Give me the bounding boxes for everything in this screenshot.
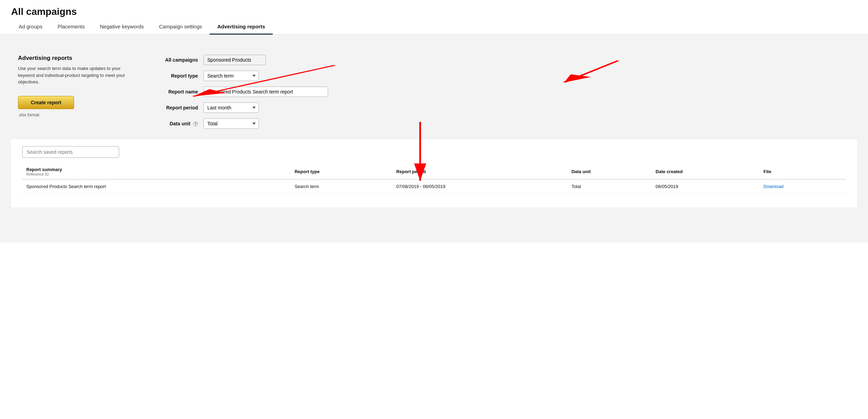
tab-ad-groups[interactable]: Ad groups <box>11 19 50 35</box>
report-period-row: Report period Last month Last week Yeste… <box>156 102 850 113</box>
cell-report-type: Search term <box>290 179 392 194</box>
data-unit-select[interactable]: Total Daily <box>204 118 259 129</box>
cell-date-created: 08/05/2019 <box>651 179 759 194</box>
tab-placements[interactable]: Placements <box>50 19 92 35</box>
report-period-label: Report period <box>156 105 198 110</box>
report-type-label: Report type <box>156 73 198 79</box>
cell-file: Download <box>759 179 846 194</box>
report-type-select[interactable]: Search term Campaign Ad group Keyword Pr… <box>204 71 259 81</box>
saved-reports-table: Report summary Reference ID Report type … <box>22 163 846 194</box>
nav-tabs: Ad groups Placements Negative keywords C… <box>0 19 868 35</box>
search-bar <box>22 146 846 158</box>
col-date-created: Date created <box>651 163 759 179</box>
all-campaigns-label: All campaigns <box>156 57 198 63</box>
tab-negative-keywords[interactable]: Negative keywords <box>92 19 152 35</box>
cell-report-period: 07/08/2019 - 08/05/2019 <box>392 179 567 194</box>
data-unit-help-icon[interactable]: ? <box>193 122 198 126</box>
all-campaigns-select[interactable]: Sponsored Products Sponsored Brands Spon… <box>204 55 266 65</box>
cell-data-unit: Total <box>567 179 651 194</box>
all-campaigns-row: All campaigns Sponsored Products Sponsor… <box>156 55 850 65</box>
cell-report-summary: Sponsored Products Search term report <box>22 179 290 194</box>
tab-advertising-reports[interactable]: Advertising reports <box>210 19 273 35</box>
table-row: Sponsored Products Search term report Se… <box>22 179 846 194</box>
file-format-label: .xlsx format <box>18 113 39 117</box>
report-section-title: Advertising reports <box>18 55 136 62</box>
report-creation-panel: Advertising reports Use your search term… <box>11 45 857 139</box>
table-header-row: Report summary Reference ID Report type … <box>22 163 846 179</box>
page-title: All campaigns <box>0 0 868 19</box>
col-file: File <box>759 163 846 179</box>
create-report-button[interactable]: Create report <box>18 96 74 109</box>
report-description: Advertising reports Use your search term… <box>18 52 136 129</box>
col-report-type: Report type <box>290 163 392 179</box>
data-unit-label: Data unit ? <box>156 121 198 126</box>
report-name-input[interactable] <box>204 87 328 97</box>
report-name-label: Report name <box>156 89 198 95</box>
report-name-row: Report name <box>156 87 850 97</box>
search-saved-reports-input[interactable] <box>22 146 119 158</box>
report-form: All campaigns Sponsored Products Sponsor… <box>156 52 850 129</box>
col-data-unit: Data unit <box>567 163 651 179</box>
report-period-select[interactable]: Last month Last week Yesterday Custom <box>204 102 259 113</box>
col-report-period: Report period <box>392 163 567 179</box>
data-unit-row: Data unit ? Total Daily <box>156 118 850 129</box>
col-report-summary: Report summary Reference ID <box>22 163 290 179</box>
tab-campaign-settings[interactable]: Campaign settings <box>152 19 210 35</box>
download-link[interactable]: Download <box>763 184 784 189</box>
saved-reports-section: Report summary Reference ID Report type … <box>11 139 857 207</box>
report-type-row: Report type Search term Campaign Ad grou… <box>156 71 850 81</box>
report-description-text: Use your search term data to make update… <box>18 65 136 86</box>
